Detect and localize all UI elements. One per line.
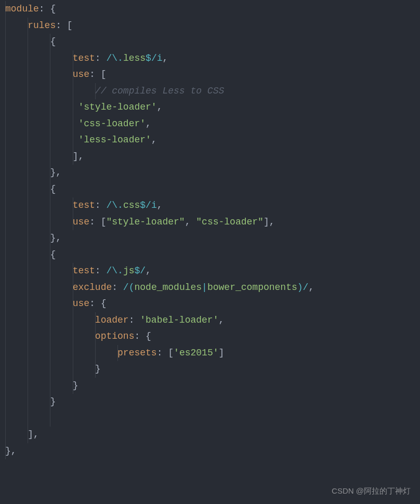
token-regex-body: css (123, 200, 140, 210)
code-line[interactable]: test: /\.js$/, (0, 263, 420, 280)
indent-guide (28, 410, 28, 427)
indent-whitespace (5, 298, 73, 309)
indent-guide (28, 34, 28, 50)
indent-guide (5, 165, 6, 181)
indent-whitespace (5, 102, 78, 112)
code-line[interactable]: { (0, 247, 420, 263)
indent-guide (5, 410, 6, 427)
indent-guide (28, 197, 28, 214)
code-line[interactable]: 'style-loader', (0, 99, 420, 116)
token-string: 'css-loader' (78, 118, 146, 129)
token-punct: { (50, 184, 56, 194)
indent-whitespace (5, 69, 73, 79)
code-line[interactable] (0, 410, 420, 427)
code-line[interactable]: { (0, 181, 420, 198)
code-line[interactable]: }, (0, 443, 420, 460)
code-line[interactable]: module: { (0, 1, 420, 18)
code-line[interactable]: }, (0, 230, 420, 247)
code-line[interactable]: test: /\.less$/i, (0, 50, 420, 67)
code-line[interactable]: exclude: /(node_modules|bower_components… (0, 280, 420, 296)
indent-guide (5, 34, 6, 50)
token-punct: : (95, 53, 107, 63)
token-regex: /i (146, 200, 157, 210)
token-regex: / (123, 282, 129, 293)
token-punct: }, (5, 446, 17, 456)
indent-guide (28, 83, 28, 100)
indent-guide (28, 394, 28, 410)
code-line[interactable]: } (0, 378, 420, 394)
code-line[interactable]: 'less-loader', (0, 132, 420, 149)
code-line[interactable]: test: /\.css$/i, (0, 197, 420, 214)
token-punct: } (73, 380, 78, 391)
indent-guide (50, 149, 50, 165)
code-line[interactable]: use: ["style-loader", "css-loader"], (0, 214, 420, 231)
indent-guide (28, 214, 28, 231)
code-line[interactable]: } (0, 361, 420, 378)
code-line[interactable]: { (0, 34, 420, 50)
indent-guide (5, 83, 6, 100)
token-string: "css-loader" (196, 217, 264, 227)
token-key: rules (28, 20, 56, 31)
indent-guide (28, 247, 28, 263)
code-line[interactable]: ], (0, 427, 420, 443)
token-punct: , (163, 53, 168, 63)
token-regex-escape: \. (112, 266, 123, 276)
indent-guide (95, 361, 96, 378)
code-line[interactable]: loader: 'babel-loader', (0, 312, 420, 329)
token-punct: ], (28, 429, 39, 440)
indent-guide (28, 149, 28, 165)
indent-guide (5, 67, 6, 83)
code-line[interactable]: // compiles Less to CSS (0, 83, 420, 100)
code-line[interactable]: rules: [ (0, 18, 420, 34)
token-punct: , (218, 315, 224, 325)
token-punct: , (157, 200, 163, 210)
token-punct: : (95, 266, 107, 276)
token-punct: }, (50, 167, 61, 178)
code-line[interactable]: 'css-loader', (0, 116, 420, 132)
token-punct: : [ (89, 217, 106, 227)
token-punct: { (50, 249, 56, 260)
code-line[interactable]: options: { (0, 328, 420, 345)
token-regex: / (106, 200, 112, 210)
token-regex-escape: \. (112, 200, 123, 210)
token-punct: , (146, 266, 151, 276)
token-key: exclude (73, 282, 112, 293)
indent-guide (50, 312, 50, 329)
code-line[interactable]: ], (0, 149, 420, 165)
token-punct: { (50, 36, 56, 47)
token-regex-escape: ( (129, 282, 135, 293)
indent-guide (73, 99, 73, 116)
watermark-text: CSDN @阿拉的丁神灯 (332, 484, 411, 498)
indent-guide (95, 312, 96, 329)
indent-guide (28, 116, 28, 132)
token-comment: // compiles Less to CSS (95, 86, 224, 96)
code-line[interactable]: use: [ (0, 67, 420, 83)
token-string: "style-loader" (106, 217, 185, 227)
token-punct: : (129, 315, 140, 325)
token-punct: , (308, 282, 314, 293)
code-line[interactable]: }, (0, 165, 420, 181)
code-line[interactable]: presets: ['es2015'] (0, 345, 420, 362)
code-line[interactable]: } (0, 394, 420, 410)
indent-whitespace (5, 53, 73, 63)
code-line[interactable]: use: { (0, 296, 420, 312)
token-punct: : [ (89, 69, 106, 79)
token-key: loader (95, 315, 129, 325)
indent-whitespace (5, 282, 73, 293)
indent-guide (5, 361, 6, 378)
token-key: test (73, 200, 95, 210)
indent-guide (28, 165, 28, 181)
code-editor[interactable]: module: { rules: [ { test: /\.less$/i, u… (0, 0, 420, 460)
token-punct: : (112, 282, 123, 293)
token-string: 'babel-loader' (140, 315, 218, 325)
indent-guide (28, 280, 28, 296)
indent-guide (5, 247, 6, 263)
indent-guide (5, 443, 6, 460)
indent-guide (73, 263, 73, 280)
indent-guide (28, 263, 28, 280)
indent-guide (50, 116, 50, 132)
indent-whitespace (5, 135, 78, 145)
indent-guide (5, 230, 6, 247)
indent-guide (28, 378, 28, 394)
indent-guide (73, 197, 73, 214)
